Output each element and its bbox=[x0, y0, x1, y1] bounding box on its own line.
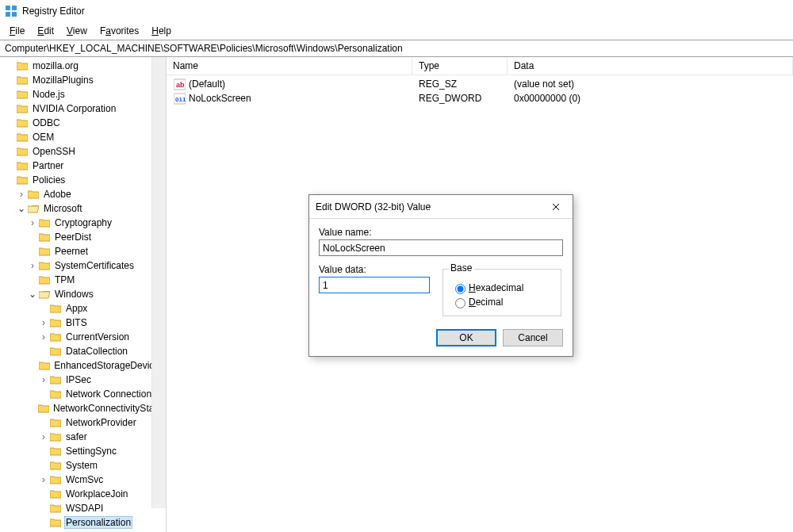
tree-item[interactable]: ›CurrentVersion bbox=[0, 330, 166, 344]
col-header-type[interactable]: Type bbox=[412, 57, 508, 75]
tree-item[interactable]: WorkplaceJoin bbox=[0, 487, 166, 501]
dialog-buttons: OK Cancel bbox=[309, 320, 573, 356]
radio-hexadecimal[interactable]: Hexadecimal bbox=[451, 281, 553, 295]
tree-item[interactable]: MozillaPlugins bbox=[0, 73, 166, 87]
tree-item[interactable]: Appx bbox=[0, 301, 166, 316]
chevron-right-icon[interactable]: › bbox=[38, 317, 49, 328]
radio-dec-input[interactable] bbox=[455, 298, 465, 308]
tree-item[interactable]: OEM bbox=[0, 130, 166, 144]
tree-item[interactable]: ›IPSec bbox=[0, 373, 166, 387]
svg-rect-1 bbox=[12, 6, 17, 10]
tree-item[interactable]: SettingSync bbox=[0, 444, 166, 458]
folder-icon bbox=[49, 417, 62, 428]
chevron-right-icon[interactable]: › bbox=[27, 217, 38, 228]
registry-tree: mozilla.org MozillaPlugins Node.js NVIDI… bbox=[0, 57, 166, 531]
string-value-icon: ab bbox=[173, 78, 186, 90]
value-data: (value not set) bbox=[508, 78, 793, 90]
valuename-label: Value name: bbox=[319, 227, 563, 238]
menu-edit[interactable]: Edit bbox=[31, 24, 60, 38]
folder-icon bbox=[49, 388, 62, 400]
tree-item[interactable]: mozilla.org bbox=[0, 59, 166, 73]
tree-item[interactable]: ›safer bbox=[0, 430, 166, 444]
folder-icon bbox=[49, 331, 62, 343]
regedit-icon bbox=[5, 5, 17, 17]
menu-favorites[interactable]: Favorites bbox=[94, 24, 145, 38]
list-row[interactable]: 011NoLockScreen REG_DWORD 0x00000000 (0) bbox=[167, 91, 793, 105]
edit-dword-dialog: Edit DWORD (32-bit) Value Value name: Va… bbox=[308, 194, 573, 357]
valuedata-input[interactable] bbox=[319, 277, 430, 293]
tree-item[interactable]: NetworkProvider bbox=[0, 415, 166, 430]
tree-item[interactable]: ›Cryptography bbox=[0, 216, 166, 230]
folder-icon bbox=[38, 274, 51, 285]
radio-hex-input[interactable] bbox=[455, 284, 465, 294]
tree-item[interactable]: WSDAPI bbox=[0, 501, 166, 515]
tree-item[interactable]: TPM bbox=[0, 273, 166, 287]
tree-item[interactable]: ⌄Microsoft bbox=[0, 201, 166, 216]
cancel-button[interactable]: Cancel bbox=[503, 329, 563, 346]
tree-item[interactable]: Partner bbox=[0, 159, 166, 173]
address-text: Computer\HKEY_LOCAL_MACHINE\SOFTWARE\Pol… bbox=[5, 43, 403, 54]
base-group: Base Hexadecimal Decimal bbox=[442, 269, 561, 316]
tree-item[interactable]: NetworkConnectivityStatus bbox=[0, 401, 166, 415]
folder-icon bbox=[16, 117, 29, 128]
chevron-right-icon[interactable]: › bbox=[38, 374, 49, 385]
tree-item[interactable]: Network Connections bbox=[0, 387, 166, 401]
tree-item[interactable]: OpenSSH bbox=[0, 144, 166, 159]
base-legend: Base bbox=[448, 262, 474, 274]
tree-item[interactable]: ›SystemCertificates bbox=[0, 258, 166, 273]
folder-icon bbox=[49, 517, 62, 528]
folder-icon bbox=[38, 260, 51, 271]
radio-decimal[interactable]: Decimal bbox=[451, 295, 553, 309]
tree-item-selected[interactable]: Personalization bbox=[0, 515, 166, 530]
col-header-name[interactable]: Name bbox=[167, 57, 412, 75]
tree-item[interactable]: ›WcmSvc bbox=[0, 473, 166, 487]
valuename-input[interactable] bbox=[319, 239, 563, 256]
svg-rect-2 bbox=[6, 12, 10, 17]
folder-icon bbox=[16, 103, 29, 114]
chevron-down-icon[interactable]: ⌄ bbox=[16, 203, 27, 214]
folder-icon bbox=[16, 174, 29, 186]
chevron-right-icon[interactable]: › bbox=[38, 474, 49, 485]
folder-icon bbox=[49, 374, 62, 385]
dialog-titlebar[interactable]: Edit DWORD (32-bit) Value bbox=[309, 195, 573, 219]
svg-rect-0 bbox=[6, 6, 10, 10]
folder-icon bbox=[16, 160, 29, 171]
folder-icon bbox=[49, 346, 62, 357]
folder-icon bbox=[16, 146, 29, 157]
folder-icon bbox=[49, 474, 62, 485]
tree-item[interactable]: Node.js bbox=[0, 87, 166, 101]
tree-item[interactable]: System bbox=[0, 458, 166, 473]
address-bar[interactable]: Computer\HKEY_LOCAL_MACHINE\SOFTWARE\Pol… bbox=[0, 40, 793, 57]
tree-item[interactable]: Peernet bbox=[0, 244, 166, 258]
list-row[interactable]: ab(Default) REG_SZ (value not set) bbox=[167, 77, 793, 91]
dialog-body: Value name: Value data: Base Hexadecimal… bbox=[309, 219, 573, 320]
chevron-right-icon[interactable]: › bbox=[38, 331, 49, 343]
menu-help[interactable]: Help bbox=[145, 24, 178, 38]
svg-rect-3 bbox=[12, 12, 17, 17]
folder-open-icon bbox=[27, 203, 40, 214]
tree-item[interactable]: NVIDIA Corporation bbox=[0, 101, 166, 116]
tree-item[interactable]: DataCollection bbox=[0, 344, 166, 358]
tree-item[interactable]: EnhancedStorageDevices bbox=[0, 358, 166, 373]
tree-item[interactable]: PeerDist bbox=[0, 230, 166, 244]
chevron-down-icon[interactable]: ⌄ bbox=[27, 289, 38, 300]
tree-item[interactable]: ⌄Windows bbox=[0, 287, 166, 301]
col-header-data[interactable]: Data bbox=[508, 57, 793, 75]
tree-item[interactable]: ›BITS bbox=[0, 316, 166, 330]
tree-item[interactable]: ›Adobe bbox=[0, 187, 166, 201]
chevron-right-icon[interactable]: › bbox=[38, 431, 49, 442]
folder-icon bbox=[49, 460, 62, 471]
menu-file[interactable]: File bbox=[3, 24, 31, 38]
ok-button[interactable]: OK bbox=[436, 329, 496, 346]
chevron-right-icon[interactable]: › bbox=[27, 260, 38, 271]
close-icon[interactable] bbox=[546, 198, 566, 216]
tree-item[interactable]: Policies bbox=[0, 173, 166, 187]
menu-view[interactable]: View bbox=[60, 24, 94, 38]
value-type: REG_DWORD bbox=[412, 93, 508, 104]
tree-pane[interactable]: mozilla.org MozillaPlugins Node.js NVIDI… bbox=[0, 57, 167, 532]
tree-item[interactable]: ODBC bbox=[0, 116, 166, 130]
svg-text:011: 011 bbox=[175, 96, 186, 103]
chevron-right-icon[interactable]: › bbox=[16, 189, 27, 200]
folder-icon bbox=[27, 189, 40, 200]
folder-icon bbox=[39, 360, 50, 371]
